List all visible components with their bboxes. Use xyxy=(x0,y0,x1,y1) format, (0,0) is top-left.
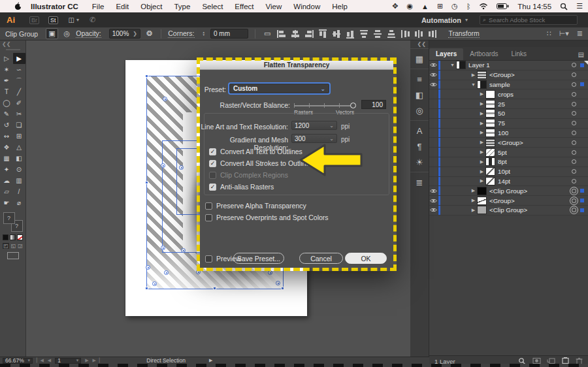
expand-chevron-icon[interactable]: ▶ xyxy=(479,159,485,165)
zoom-chevron-icon[interactable]: ▾ xyxy=(27,358,30,363)
visibility-eye-icon[interactable] xyxy=(429,71,438,80)
selection-handle[interactable] xyxy=(281,287,284,290)
zoom-level-field[interactable]: 66.67% ▾ xyxy=(3,358,33,364)
appearance-icon[interactable]: ☀ xyxy=(410,154,429,170)
layer-thumbnail[interactable] xyxy=(478,71,486,78)
selection-indicator[interactable] xyxy=(580,189,584,193)
panel-group-header[interactable] xyxy=(429,40,588,47)
selection-indicator[interactable] xyxy=(580,170,584,174)
arrange-documents-icon[interactable]: ◫ xyxy=(69,16,74,24)
selection-handle[interactable] xyxy=(145,181,148,184)
artboard-tool[interactable]: ▱ xyxy=(1,186,13,197)
layer-row[interactable]: ▼Layer 1 xyxy=(429,61,588,71)
layer-row[interactable]: ▶25 xyxy=(429,99,588,109)
slice-tool[interactable]: / xyxy=(13,186,25,197)
menu-select[interactable]: Select xyxy=(196,3,229,10)
visibility-eye-icon[interactable] xyxy=(429,196,438,205)
expand-chevron-icon[interactable]: ▶ xyxy=(479,150,485,155)
selection-handle[interactable] xyxy=(145,74,148,78)
opacity-field[interactable]: 100% ❯ xyxy=(109,29,140,39)
layer-thumbnail[interactable] xyxy=(486,178,495,185)
checkbox-preserve-alpha-transparency[interactable]: Preserve Alpha Transparency xyxy=(205,202,306,210)
layer-thumbnail[interactable] xyxy=(478,197,486,204)
visibility-toggle-empty[interactable] xyxy=(429,157,438,167)
menu-type[interactable]: Type xyxy=(168,3,196,10)
transparency-icon[interactable]: ◎ xyxy=(410,103,429,118)
type-tool[interactable]: T xyxy=(1,86,13,97)
bridge-button[interactable]: Br xyxy=(29,16,39,24)
target-circle-icon[interactable] xyxy=(572,169,576,174)
layer-row[interactable]: ▶crops xyxy=(429,89,588,99)
scissors-tool[interactable]: ✂ xyxy=(13,108,25,120)
target-circle-icon[interactable] xyxy=(572,208,576,212)
dist-right-icon[interactable] xyxy=(427,29,438,39)
checkbox-preserve-overprints-and-spot-colors[interactable]: Preserve Overprints and Spot Colors xyxy=(205,214,329,221)
visibility-toggle-empty[interactable] xyxy=(429,119,438,128)
layer-thumbnail[interactable] xyxy=(486,120,495,127)
transform-panel-icon[interactable]: ▭ xyxy=(262,29,272,39)
target-circle-icon[interactable] xyxy=(572,92,576,97)
layer-row[interactable]: ▶100 xyxy=(429,129,588,138)
expand-chevron-icon[interactable]: ▶ xyxy=(479,178,485,184)
checkbox-box[interactable] xyxy=(205,214,212,221)
ellipse-tool[interactable]: ◯ xyxy=(1,97,13,108)
layer-name[interactable]: sample xyxy=(489,81,510,88)
last-artboard-icon[interactable]: ▶▕ xyxy=(93,358,100,363)
dock-collapse-icon[interactable]: ❮❮ xyxy=(410,40,429,48)
ok-button[interactable]: OK xyxy=(345,253,387,264)
rotate-tool[interactable]: ↺ xyxy=(1,120,13,131)
checkbox-box[interactable]: ✓ xyxy=(209,148,216,155)
selection-indicator[interactable] xyxy=(580,160,584,164)
eyedropper-tool[interactable]: ✦ xyxy=(1,164,13,175)
layer-name[interactable]: Layer 1 xyxy=(468,61,490,69)
checkbox-anti-alias-rasters[interactable]: ✓Anti-alias Rasters xyxy=(209,183,274,191)
target-circle-icon[interactable] xyxy=(572,159,576,164)
screen-mode-button[interactable] xyxy=(7,252,19,259)
align-top-icon[interactable] xyxy=(318,29,328,39)
notification-center-icon[interactable]: ☰ xyxy=(576,2,583,10)
gradient-tool[interactable]: ◧ xyxy=(13,153,25,164)
anchor-point[interactable] xyxy=(161,163,165,168)
target-circle-icon[interactable] xyxy=(572,102,576,106)
dist-top-icon[interactable] xyxy=(359,29,369,39)
recolor-artwork-icon[interactable]: ❂ xyxy=(144,29,154,39)
layer-name[interactable]: 14pt xyxy=(498,178,510,185)
expand-chevron-icon[interactable]: ▶ xyxy=(479,130,485,135)
align-h-center-icon[interactable] xyxy=(290,29,301,39)
dist-left-icon[interactable] xyxy=(400,29,410,39)
visibility-toggle-empty[interactable] xyxy=(429,99,438,108)
layer-name[interactable]: <Group> xyxy=(489,71,515,78)
menu-file[interactable]: File xyxy=(86,3,110,10)
align-v-center-icon[interactable] xyxy=(331,29,342,39)
selection-indicator[interactable] xyxy=(580,102,584,106)
lineart-resolution-dropdown[interactable]: 1200 ⌄ xyxy=(291,121,337,130)
menu-app-name[interactable]: Illustrator CC xyxy=(25,3,84,10)
menu-list-icon[interactable]: ≣ xyxy=(577,29,583,38)
artboard-chevron-icon[interactable]: ▾ xyxy=(76,358,79,363)
layer-row[interactable]: ▶<Clip Group> xyxy=(429,186,588,196)
layer-row[interactable]: ▶10pt xyxy=(429,167,588,177)
expand-chevron-icon[interactable]: ▶ xyxy=(479,111,485,116)
style-options-icon[interactable]: ∷ xyxy=(547,29,551,38)
dist-h-center-icon[interactable] xyxy=(414,29,424,39)
selection-indicator[interactable] xyxy=(580,131,584,135)
tab-artboards[interactable]: Artboards xyxy=(463,48,504,60)
symbol-sprayer-tool[interactable]: ☁ xyxy=(1,175,13,186)
expand-chevron-icon[interactable]: ▼ xyxy=(449,63,455,67)
selection-indicator[interactable] xyxy=(580,82,584,86)
preset-dropdown[interactable]: Custom ⌄ xyxy=(229,84,329,93)
layer-row[interactable]: ▶<Group> xyxy=(429,138,588,148)
target-circle-icon[interactable] xyxy=(572,179,576,184)
clock-text[interactable]: Thu 14:55 xyxy=(517,3,551,10)
draw-behind-icon[interactable]: ◱ xyxy=(11,243,16,249)
anchor-point[interactable] xyxy=(152,281,157,286)
target-circle-icon[interactable] xyxy=(572,72,576,77)
balance-slider-knob[interactable] xyxy=(350,103,356,108)
selection-indicator[interactable] xyxy=(580,73,584,77)
pen-tool[interactable]: ✒ xyxy=(1,75,13,86)
anchor-point[interactable] xyxy=(268,270,272,275)
layer-thumbnail[interactable] xyxy=(486,101,495,108)
swatches-icon[interactable]: ▦ xyxy=(410,51,429,67)
menu-help[interactable]: Help xyxy=(326,3,353,10)
target-circle-icon[interactable] xyxy=(572,150,576,155)
